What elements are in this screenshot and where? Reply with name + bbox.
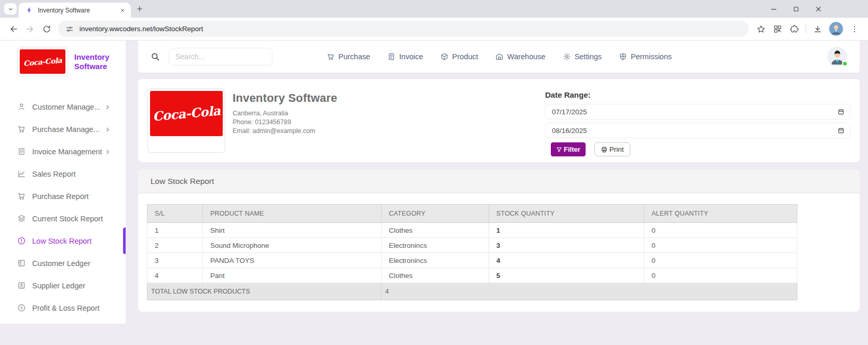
nav-link-warehouse[interactable]: Warehouse [495, 52, 546, 61]
table-row: 4 Pant Clothes 5 0 [147, 268, 797, 283]
qr-share-icon[interactable] [769, 21, 786, 37]
sidebar-menu: Customer Manage... Purchase Manage... In… [0, 96, 126, 319]
downloads-icon[interactable] [809, 21, 826, 37]
shield-icon [619, 52, 627, 61]
layers-icon [17, 214, 26, 223]
sidebar-item-low-stock-report[interactable]: Low Stock Report [0, 230, 126, 252]
browser-menu-kebab-icon[interactable] [846, 21, 863, 37]
browser-profile-avatar[interactable] [829, 22, 843, 36]
sidebar: Coca-Cola Inventory Software Customer Ma… [0, 41, 126, 324]
user-icon [17, 102, 26, 111]
nav-link-purchase[interactable]: Purchase [327, 52, 370, 61]
alert-circle-icon [17, 236, 26, 245]
company-logo: Coca-Cola [17, 47, 68, 76]
tab-title: Inventory Software [38, 7, 118, 14]
funnel-icon [556, 147, 562, 153]
site-info-icon[interactable] [65, 25, 74, 33]
table-footer-row: TOTAL LOW STOCK PRODUCTS 4 [147, 283, 797, 300]
plus-icon [136, 5, 143, 12]
company-email: Email: admin@example.com [233, 127, 337, 136]
col-stock-quantity: STOCK QUANTITY [489, 205, 644, 223]
table-row: 1 Shirt Clothes 1 0 [147, 223, 797, 238]
app-title: Inventory Software [74, 52, 110, 71]
tab-strip: Inventory Software [0, 0, 868, 18]
reload-button[interactable] [38, 21, 55, 37]
date-range-block: Date Range: 07/17/2025 08/16/2025 Filter [545, 88, 850, 153]
close-window-icon[interactable] [815, 5, 822, 13]
minimize-icon[interactable] [770, 5, 778, 13]
sidebar-item-supplier-ledger[interactable]: Supplier Ledger [0, 274, 126, 297]
calendar-icon[interactable] [837, 108, 845, 115]
date-to-input[interactable]: 08/16/2025 [545, 123, 850, 138]
col-product-name: PRODUCT NAME [203, 205, 382, 223]
date-from-input[interactable]: 07/17/2025 [545, 104, 850, 120]
company-address: Canberra, Australia [233, 109, 337, 118]
low-stock-table: S/L PRODUCT NAME CATEGORY STOCK QUANTITY… [147, 204, 797, 300]
invoice-icon [17, 147, 26, 156]
browser-tab[interactable]: Inventory Software [19, 3, 131, 18]
online-status-dot [842, 61, 848, 67]
search-input[interactable] [169, 48, 273, 65]
coca-cola-logo-text: Coca-Cola [23, 56, 62, 67]
url-text: inventory.wwcoders.net/lowStockReport [79, 25, 203, 33]
sidebar-item-sales-report[interactable]: Sales Report [0, 163, 126, 185]
company-info: Inventory Software Canberra, Australia P… [233, 88, 337, 153]
table-header-row: S/L PRODUCT NAME CATEGORY STOCK QUANTITY… [147, 205, 797, 223]
chart-line-icon [17, 169, 26, 178]
tab-search-button[interactable] [4, 3, 17, 15]
new-tab-button[interactable] [135, 4, 144, 14]
date-range-label: Date Range: [545, 90, 850, 99]
nav-link-permissions[interactable]: Permissions [619, 52, 672, 61]
filter-button[interactable]: Filter [551, 142, 586, 156]
cart-icon [17, 192, 26, 201]
sidebar-item-purchase-report[interactable]: Purchase Report [0, 185, 126, 207]
table-row: 3 PANDA TOYS Electronincs 4 0 [147, 253, 797, 268]
company-name: Inventory Software [233, 91, 337, 105]
sidebar-item-purchase-management[interactable]: Purchase Manage... [0, 118, 126, 140]
sidebar-item-invoice-management[interactable]: Invoice Management [0, 140, 126, 163]
cart-icon [327, 52, 335, 61]
user-avatar[interactable] [828, 47, 847, 67]
col-sl: S/L [147, 205, 203, 223]
supplier-icon [17, 281, 26, 290]
extensions-puzzle-icon[interactable] [786, 21, 803, 37]
forward-button[interactable] [22, 21, 38, 37]
sidebar-item-current-stock-report[interactable]: Current Stock Report [0, 207, 126, 230]
browser-toolbar: inventory.wwcoders.net/lowStockReport [0, 18, 868, 41]
total-value: 4 [382, 283, 797, 300]
company-phone: Phone: 0123456789 [233, 118, 337, 127]
chevron-down-icon [8, 6, 13, 12]
search-icon [151, 52, 160, 61]
ledger-icon [17, 259, 26, 268]
warehouse-icon [495, 52, 504, 61]
maximize-icon[interactable] [792, 5, 800, 13]
sidebar-item-customer-ledger[interactable]: Customer Ledger [0, 252, 126, 274]
svg-text:$: $ [20, 306, 23, 310]
chevron-right-icon [104, 103, 111, 110]
top-navbar: Purchase Invoice Product Warehouse Setti… [138, 41, 860, 73]
nav-links: Purchase Invoice Product Warehouse Setti… [327, 52, 672, 61]
gear-icon [563, 52, 571, 61]
back-button[interactable] [5, 21, 22, 37]
tab-close-icon[interactable] [118, 6, 127, 15]
print-button[interactable]: Print [594, 142, 630, 156]
nav-link-settings[interactable]: Settings [563, 52, 602, 61]
company-logo-large: Coca-Cola [147, 88, 225, 153]
calendar-icon[interactable] [837, 127, 845, 134]
table-row: 2 Sound Microphone Electronincs 3 0 [147, 238, 797, 253]
nav-link-product[interactable]: Product [440, 52, 478, 61]
sidebar-item-profit-loss-report[interactable]: $ Profit & Loss Report [0, 297, 126, 319]
bookmark-star-icon[interactable] [753, 21, 769, 37]
dollar-circle-icon: $ [17, 303, 26, 312]
printer-icon [601, 146, 608, 153]
browser-window: Inventory Software inventory.wwcoders.ne… [0, 0, 868, 345]
sidebar-item-customer-management[interactable]: Customer Manage... [0, 96, 126, 118]
window-controls [770, 0, 822, 18]
nav-link-invoice[interactable]: Invoice [387, 52, 423, 61]
report-title: Low Stock Report [138, 169, 860, 193]
chevron-right-icon [104, 126, 111, 132]
url-bar[interactable]: inventory.wwcoders.net/lowStockReport [58, 21, 749, 37]
main-content: Purchase Invoice Product Warehouse Setti… [126, 41, 868, 345]
favicon-bolt-icon [25, 6, 33, 14]
coca-cola-logo-text: Coca-Cola [152, 103, 221, 124]
